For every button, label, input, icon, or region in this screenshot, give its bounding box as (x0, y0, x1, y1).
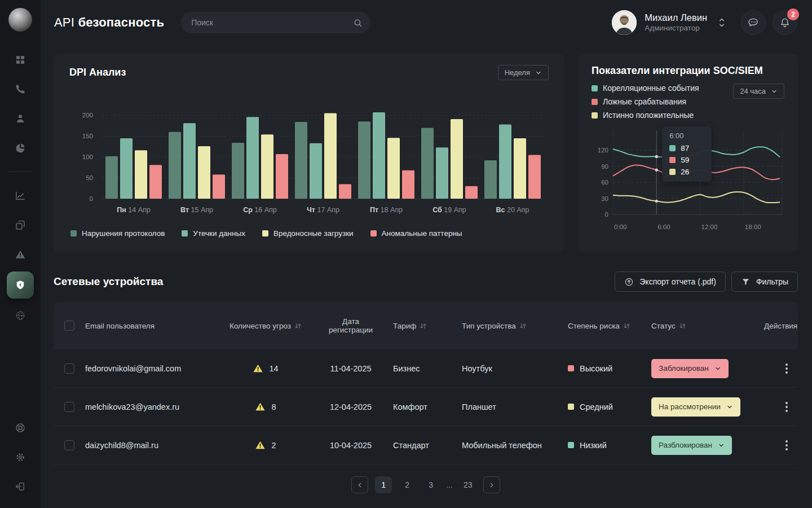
sort-icon[interactable] (623, 322, 630, 330)
dpi-period-select[interactable]: Неделя (498, 65, 549, 80)
email-cell: daizychild8@mail.ru (85, 441, 223, 450)
pagination-page-1[interactable]: 1 (375, 476, 392, 493)
bar-1-group-3 (232, 143, 244, 199)
warning-icon (255, 401, 266, 412)
risk-value: Высокий (580, 364, 612, 373)
svg-text:0:00: 0:00 (614, 224, 626, 230)
status-value: Разблокирован (659, 441, 712, 449)
date-cell: 11-04-2025 (308, 364, 393, 373)
sidebar-item-layers[interactable] (8, 213, 33, 238)
svg-text:Чт 17 Апр: Чт 17 Апр (307, 206, 339, 214)
row-actions-menu[interactable] (782, 437, 791, 454)
bar-4-group-1 (149, 165, 162, 199)
status-cell: На рассмотрении (651, 397, 764, 417)
pagination-page-23[interactable]: 23 (460, 476, 476, 493)
pagination: 123...23 (54, 476, 798, 493)
pagination-prev-button[interactable] (351, 476, 368, 493)
status-select[interactable]: Разблокирован (651, 436, 732, 455)
sort-icon[interactable] (519, 322, 527, 330)
filters-button[interactable]: Фильтры (731, 271, 798, 292)
status-value: Заблокирован (659, 364, 709, 373)
date-value: 11-04-2025 (330, 364, 371, 373)
bar-4-group-6 (465, 186, 478, 199)
row-checkbox[interactable] (64, 402, 74, 412)
user-menu-caret[interactable] (717, 16, 726, 29)
tariff-cell: Комфорт (393, 402, 462, 411)
tooltip-row: 87 (669, 144, 704, 152)
column-header-2[interactable]: Количество угроз (223, 322, 308, 330)
device-type-cell: Планшет (462, 402, 568, 411)
row-checkbox[interactable] (64, 364, 74, 374)
phone-icon (15, 84, 26, 95)
notifications-button[interactable]: 2 (773, 10, 797, 35)
sidebar-item-line-chart[interactable] (8, 183, 33, 208)
column-label: Email пользователя (85, 322, 155, 330)
chevron-down-icon (771, 88, 778, 95)
sidebar-item-warning[interactable] (8, 242, 33, 267)
pagination-page-3[interactable]: 3 (422, 476, 439, 493)
risk-cell: Низкий (568, 441, 651, 450)
svg-text:50: 50 (86, 174, 93, 181)
legend-item: Аномальные паттерны (370, 229, 462, 238)
sort-icon[interactable] (294, 322, 302, 330)
sidebar-item-phone[interactable] (8, 77, 33, 102)
column-header-3: Дата регистрации (308, 317, 393, 334)
legend-label: Аномальные паттерны (382, 229, 462, 238)
column-label: Дата регистрации (324, 317, 378, 334)
user-block: Михаил Левин Администратор 2 (612, 10, 797, 35)
select-all-checkbox[interactable] (64, 321, 74, 331)
risk-swatch (568, 442, 574, 448)
sidebar-item-globe[interactable] (8, 303, 33, 328)
threats-cell: 2 (223, 440, 308, 450)
column-header-6[interactable]: Степень риска (568, 322, 651, 330)
sidebar-item-lifebuoy[interactable] (8, 415, 33, 440)
export-report-button[interactable]: Экспорт отчета (.pdf) (615, 271, 726, 292)
sidebar-item-user[interactable] (8, 106, 33, 131)
bar-2-group-6 (436, 147, 448, 199)
sort-icon[interactable] (679, 322, 686, 330)
user-icon (15, 113, 26, 124)
bar-1-group-5 (358, 121, 370, 199)
date-cell: 12-04-2025 (308, 402, 393, 411)
pagination-next-button[interactable] (483, 476, 500, 493)
bar-3-group-1 (135, 150, 147, 199)
sidebar-item-dashboard-grid[interactable] (8, 47, 33, 72)
pagination-page-2[interactable]: 2 (399, 476, 416, 493)
status-select[interactable]: Заблокирован (651, 359, 729, 378)
risk-cell: Средний (568, 402, 651, 411)
lifebuoy-icon (15, 422, 26, 433)
sort-icon[interactable] (420, 322, 427, 330)
column-header-4[interactable]: Тариф (393, 322, 462, 330)
search-input[interactable] (191, 18, 353, 27)
sidebar-item-gear[interactable] (8, 445, 33, 470)
sidebar-item-logout[interactable] (8, 474, 33, 499)
device-type-value: Планшет (462, 402, 496, 411)
tooltip-row: 26 (669, 168, 704, 176)
chevron-right-icon (488, 481, 495, 489)
line-series (613, 192, 780, 203)
bar-3-group-7 (514, 138, 526, 199)
logout-icon (15, 481, 26, 492)
row-actions-menu[interactable] (782, 360, 791, 377)
bar-3-group-2 (198, 146, 210, 199)
search-bar[interactable] (181, 12, 370, 33)
column-header-5[interactable]: Тип устройства (462, 322, 568, 330)
chevron-left-icon (356, 481, 364, 489)
sidebar-item-shield[interactable] (7, 271, 34, 299)
bar-1-group-2 (169, 132, 181, 199)
column-header-7[interactable]: Статус (651, 322, 764, 330)
gear-icon (15, 452, 26, 463)
messages-button[interactable] (741, 10, 766, 35)
row-checkbox-cell (54, 402, 85, 412)
sidebar-item-pie-chart[interactable] (8, 135, 33, 160)
svg-text:Вт 15 Апр: Вт 15 Апр (180, 206, 213, 214)
avatar[interactable] (612, 10, 637, 35)
risk-value: Низкий (580, 441, 607, 450)
column-label: Тариф (393, 322, 416, 330)
row-actions-menu[interactable] (782, 398, 791, 415)
tooltip-swatch (669, 145, 676, 151)
soc-period-select[interactable]: 24 часа (733, 84, 784, 99)
status-select[interactable]: На рассмотрении (651, 397, 740, 417)
bar-2-group-4 (310, 143, 322, 199)
row-checkbox[interactable] (64, 440, 74, 450)
